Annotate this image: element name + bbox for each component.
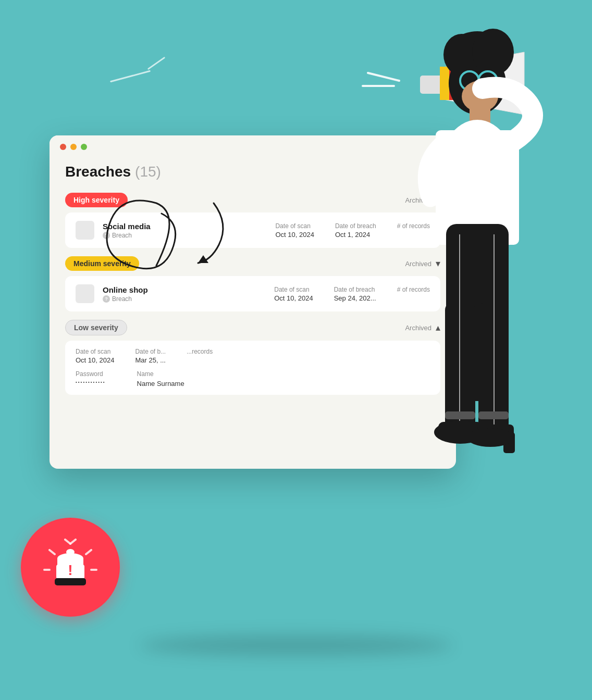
low-records-label: ...records — [187, 348, 213, 355]
low-breach-date-value: Mar 25, ... — [135, 356, 166, 364]
window-dot-yellow — [70, 144, 77, 150]
medium-breach-info: Online shop ? Breach — [103, 285, 266, 303]
svg-line-3 — [86, 550, 91, 554]
svg-rect-9 — [55, 578, 86, 585]
low-scan-col: Date of scan Oct 10, 2024 — [76, 348, 114, 364]
medium-breach-type: ? Breach — [103, 295, 266, 303]
high-severity-badge[interactable]: High severity — [65, 193, 128, 207]
alert-circle: ! — [21, 518, 120, 617]
low-scan-label: Date of scan — [76, 348, 114, 355]
breach-type-icon: ? — [103, 232, 110, 239]
high-breach-type: ? Breach — [103, 232, 267, 239]
window-dot-red — [60, 144, 66, 150]
name-field-col: Name Name Surname — [137, 370, 184, 388]
medium-breach-name: Online shop — [103, 285, 266, 294]
svg-rect-8 — [66, 549, 75, 555]
svg-line-2 — [50, 550, 55, 554]
alert-bell-icon: ! — [42, 539, 99, 596]
shadow-ellipse — [140, 635, 452, 656]
high-breach-info: Social media ? Breach — [103, 222, 267, 239]
medium-severity-badge[interactable]: Medium severity — [65, 256, 139, 271]
page-count: (15) — [135, 164, 161, 180]
medium-breach-icon — [76, 284, 94, 303]
medium-breach-type-icon: ? — [103, 295, 110, 303]
svg-rect-39 — [478, 411, 509, 419]
person-megaphone-illustration — [274, 16, 576, 589]
svg-line-15 — [368, 73, 399, 81]
low-breach-date-label: Date of b... — [135, 348, 166, 355]
window-dot-green — [81, 144, 87, 150]
low-breach-col: Date of b... Mar 25, ... — [135, 348, 166, 364]
svg-rect-13 — [440, 67, 449, 100]
page-title: Breaches — [65, 164, 131, 180]
password-field-col: Password •••••••••••• — [76, 370, 106, 388]
name-label: Name — [137, 370, 184, 378]
low-records-col: ...records — [187, 348, 213, 364]
svg-line-1 — [70, 540, 76, 544]
high-breach-icon — [76, 221, 94, 240]
high-breach-name: Social media — [103, 222, 267, 231]
high-breach-type-label: Breach — [112, 232, 132, 239]
password-label: Password — [76, 370, 106, 378]
low-severity-badge[interactable]: Low severity — [65, 320, 127, 335]
password-value: •••••••••••• — [76, 380, 106, 384]
low-scan-value: Oct 10, 2024 — [76, 356, 114, 364]
svg-text:!: ! — [68, 562, 72, 578]
medium-breach-type-label: Breach — [112, 295, 132, 303]
svg-rect-38 — [445, 411, 475, 419]
name-value: Name Surname — [137, 380, 184, 388]
svg-point-37 — [467, 428, 514, 447]
svg-point-20 — [472, 29, 514, 76]
